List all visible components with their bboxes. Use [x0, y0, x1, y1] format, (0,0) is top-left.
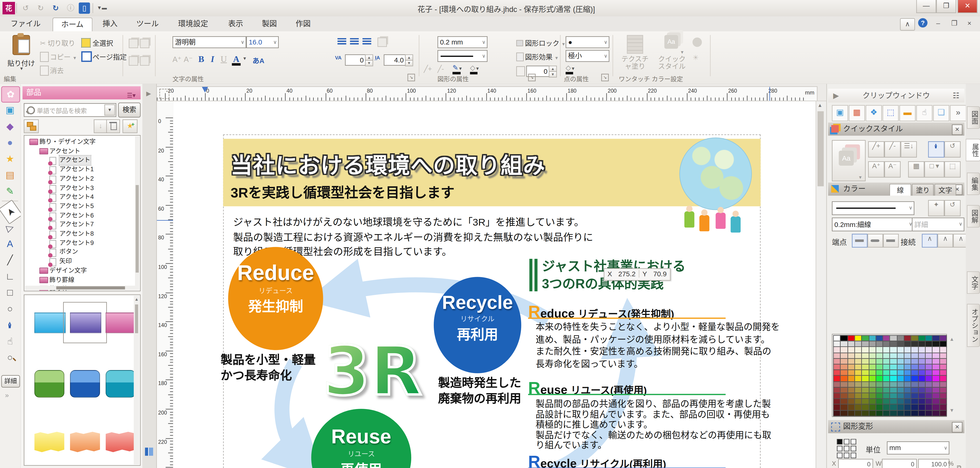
palette-swatch[interactable]: [869, 341, 877, 347]
line-tool-icon[interactable]: ╱: [1, 253, 19, 267]
palette-swatch[interactable]: [904, 381, 912, 388]
palette-swatch[interactable]: [854, 352, 862, 359]
side-tab-図面[interactable]: 図面: [967, 106, 980, 129]
palette-swatch[interactable]: [925, 376, 933, 382]
color-tab-塗り[interactable]: 塗り: [912, 184, 934, 196]
thumbnail-flag-8[interactable]: [103, 429, 138, 461]
repeat-icon[interactable]: ↻: [50, 3, 61, 14]
tree-item-アクセント4[interactable]: アクセント4: [24, 193, 140, 202]
palette-swatch[interactable]: [890, 410, 897, 416]
palette-swatch[interactable]: [833, 358, 841, 365]
palette-swatch[interactable]: [904, 387, 912, 393]
palette-swatch[interactable]: [840, 369, 848, 376]
line-style-select[interactable]: ∨: [438, 50, 487, 62]
palette-swatch[interactable]: [833, 398, 841, 405]
line-spacing-up[interactable]: ▲: [405, 54, 413, 60]
clip-pages-icon[interactable]: ❑: [933, 105, 950, 121]
parts-search-input[interactable]: 単語で部品を検索 ▼: [24, 103, 116, 117]
palette-swatch[interactable]: [833, 376, 841, 382]
palette-swatch[interactable]: [939, 358, 947, 365]
palette-swatch[interactable]: [840, 352, 848, 359]
palette-swatch[interactable]: [925, 410, 933, 416]
palette-swatch[interactable]: [918, 387, 926, 393]
unit-select[interactable]: mm∨: [887, 441, 949, 454]
tree-item-アクセント7[interactable]: アクセント7: [24, 220, 140, 229]
palette-swatch[interactable]: [932, 410, 940, 416]
palette-swatch[interactable]: [847, 404, 855, 411]
palette-swatch[interactable]: [861, 398, 869, 405]
align-center-icon[interactable]: [350, 38, 359, 46]
line-add2-icon[interactable]: ╱+: [868, 141, 885, 158]
palette-swatch[interactable]: [925, 404, 933, 411]
thumbnail-button-4[interactable]: [67, 368, 102, 400]
style-gallery-button[interactable]: Aa ▼: [832, 140, 866, 181]
palette-swatch[interactable]: [925, 398, 933, 405]
palette-swatch[interactable]: [869, 381, 877, 388]
tree-item-矢印[interactable]: 矢印: [24, 257, 140, 266]
marker-pen-icon[interactable]: ✎: [1, 184, 19, 199]
side-tab-編集[interactable]: 編集: [967, 173, 980, 195]
palette-swatch[interactable]: [840, 410, 848, 416]
anchor-point[interactable]: [851, 439, 856, 444]
panel-list-icon[interactable]: ☷: [953, 89, 959, 102]
menu-tab-ツール[interactable]: ツール: [128, 18, 167, 31]
palette-swatch[interactable]: [861, 369, 869, 376]
palette-swatch[interactable]: [939, 398, 947, 405]
font-size-select[interactable]: 16.0∨: [246, 36, 279, 48]
palette-swatch[interactable]: [932, 369, 940, 376]
palette-swatch[interactable]: [911, 404, 919, 411]
sun-effect-icon[interactable]: ☀: [692, 54, 699, 62]
palette-swatch[interactable]: [911, 381, 919, 388]
palette-swatch[interactable]: [904, 376, 912, 382]
palette-swatch[interactable]: [869, 398, 877, 405]
palette-swatch[interactable]: [918, 358, 926, 365]
palette-swatch[interactable]: [883, 341, 890, 347]
palette-swatch[interactable]: [883, 347, 890, 353]
side-tab-属性[interactable]: 属性: [966, 139, 980, 161]
palette-swatch[interactable]: [904, 369, 912, 376]
palette-swatch[interactable]: [897, 341, 904, 347]
anchor-point[interactable]: [837, 439, 842, 444]
help-icon[interactable]: ?: [918, 18, 928, 28]
palette-swatch[interactable]: [861, 410, 869, 416]
panel-menu-icon[interactable]: ☰▾: [127, 89, 136, 102]
minimize-button[interactable]: —: [916, 0, 936, 13]
tree-item-アクセント5[interactable]: アクセント5: [24, 202, 140, 211]
palette-swatch[interactable]: [861, 387, 869, 393]
palette-swatch[interactable]: [840, 347, 848, 353]
shape-lock-button[interactable]: 図形ロック ▼: [516, 38, 566, 48]
palette-down-icon[interactable]: ▼: [949, 408, 954, 413]
transform-close-icon[interactable]: ✕: [952, 422, 963, 433]
palette-swatch[interactable]: [869, 376, 877, 382]
palette-swatch[interactable]: [883, 410, 890, 416]
shape-group-launcher-icon[interactable]: ↘: [528, 74, 536, 81]
anchor-point[interactable]: [844, 439, 850, 444]
palette-swatch[interactable]: [883, 369, 890, 376]
menu-tab-挿入[interactable]: 挿入: [94, 18, 126, 31]
endpoint-option-0[interactable]: [852, 234, 867, 248]
anchor-point[interactable]: [851, 452, 856, 458]
anchor-point[interactable]: [837, 446, 842, 451]
line-width-detail-select[interactable]: 0.2mm:細線∨: [832, 218, 914, 231]
palette-swatch[interactable]: [861, 347, 869, 353]
palette-swatch[interactable]: [932, 347, 940, 353]
menu-tab-ファイル[interactable]: ファイル: [3, 18, 49, 31]
palette-swatch[interactable]: [918, 404, 926, 411]
palette-swatch[interactable]: [833, 410, 841, 416]
palette-swatch[interactable]: [897, 376, 904, 382]
sort-styles-icon[interactable]: ☰↓: [900, 141, 917, 158]
search-dropdown-icon[interactable]: ▼: [104, 104, 115, 116]
palette-swatch[interactable]: [883, 398, 890, 405]
palette-swatch[interactable]: [897, 381, 904, 388]
palette-swatch[interactable]: [911, 398, 919, 405]
quick-style-close-icon[interactable]: ✕: [952, 124, 963, 135]
palette-swatch[interactable]: [890, 347, 897, 353]
palette-swatch[interactable]: [897, 410, 904, 416]
palette-swatch[interactable]: [883, 404, 890, 411]
favorites-icon[interactable]: ★: [1, 151, 19, 166]
palette-swatch[interactable]: [911, 352, 919, 359]
palette-swatch[interactable]: [854, 404, 862, 411]
palette-swatch[interactable]: [840, 398, 848, 405]
font-shrink-icon[interactable]: A⁻: [184, 55, 192, 64]
palette-swatch[interactable]: [925, 347, 933, 353]
